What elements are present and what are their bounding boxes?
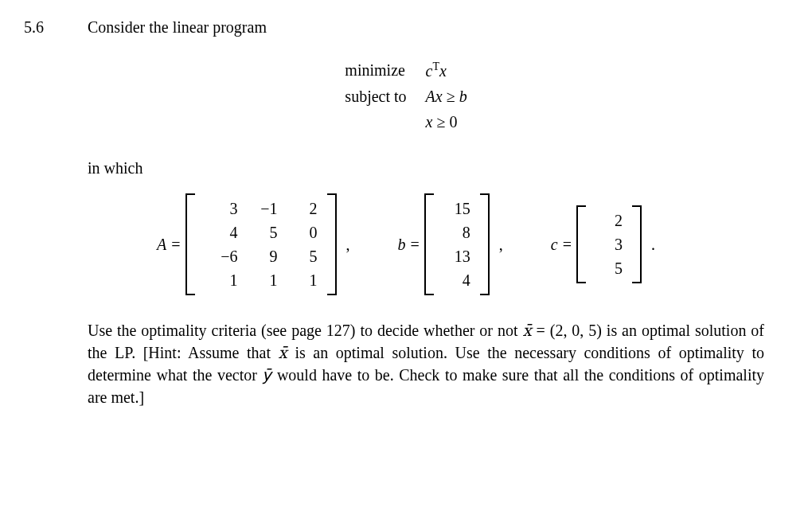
problem-header: 5.6 Consider the linear program	[24, 16, 788, 38]
problem-intro: Consider the linear program	[88, 16, 788, 38]
matrix-A-label: A	[157, 233, 166, 256]
matrix-cell: 1	[241, 268, 281, 292]
table-row: 15	[440, 197, 474, 220]
table-row: 13	[440, 244, 474, 268]
matrix-cell: 13	[440, 244, 474, 268]
comma-b: ,	[499, 233, 503, 256]
bracket-right-icon	[480, 193, 490, 295]
constraint-2: x ≥ 0	[416, 109, 477, 135]
matrix-cell: 4	[440, 268, 474, 292]
matrix-cell: 3	[201, 197, 241, 220]
matrix-b: 15 8 13 4	[424, 193, 490, 295]
matrix-cell: 9	[241, 244, 281, 268]
matrix-cell: 2	[592, 209, 626, 232]
matrix-cell: 5	[592, 256, 626, 280]
table-row: 4 5 0	[201, 220, 321, 244]
bracket-left-icon	[576, 205, 586, 283]
matrix-cell: −6	[201, 244, 241, 268]
table-row: 8	[440, 220, 474, 244]
table-row: 2	[592, 209, 626, 232]
eq-sign-A: =	[171, 233, 180, 256]
minimize-label: minimize	[335, 57, 416, 84]
matrix-cell: 1	[281, 268, 321, 292]
matrix-cell: 1	[201, 268, 241, 292]
matrix-cell: 4	[201, 220, 241, 244]
period-c: .	[651, 233, 655, 256]
matrix-cell: 0	[281, 220, 321, 244]
bracket-left-icon	[185, 193, 195, 295]
constraint-1: Ax ≥ b	[416, 84, 477, 109]
var-x: x	[439, 62, 447, 80]
var-x2: x	[435, 88, 443, 105]
matrix-A-body: 3 −1 2 4 5 0 −6 9 5 1 1 1	[195, 193, 327, 295]
matrices-block: A = 3 −1 2 4 5 0 −6 9 5	[24, 193, 788, 295]
bracket-right-icon	[327, 193, 337, 295]
var-A: A	[426, 88, 435, 105]
eq-sign-b: =	[411, 233, 420, 256]
comma-A: ,	[346, 233, 350, 256]
matrix-cell: 3	[592, 232, 626, 256]
in-which-text: in which	[88, 157, 788, 179]
matrix-c-body: 2 3 5	[586, 205, 632, 283]
bracket-right-icon	[632, 205, 642, 283]
matrix-cell: 5	[241, 220, 281, 244]
geq-0: ≥ 0	[432, 113, 457, 131]
table-row: 3 −1 2	[201, 197, 321, 220]
matrix-cell: 8	[440, 220, 474, 244]
problem-number: 5.6	[24, 16, 88, 38]
linear-program-block: minimize cTx subject to Ax ≥ b x ≥ 0	[24, 57, 788, 135]
body-part1: Use the optimality criteria (see page 12…	[88, 322, 522, 339]
table-row: 3	[592, 232, 626, 256]
matrix-A: 3 −1 2 4 5 0 −6 9 5 1 1 1	[185, 193, 337, 295]
var-b: b	[459, 88, 467, 105]
matrix-b-body: 15 8 13 4	[434, 193, 480, 295]
x-bar: x̄	[522, 322, 531, 339]
matrix-cell: −1	[241, 197, 281, 220]
transpose-T: T	[432, 60, 439, 72]
table-row: 4	[440, 268, 474, 292]
matrix-c-label: c	[551, 233, 558, 256]
lp-table: minimize cTx subject to Ax ≥ b x ≥ 0	[335, 57, 476, 135]
matrix-c-assignment: c = 2 3 5 .	[551, 205, 655, 283]
matrix-A-assignment: A = 3 −1 2 4 5 0 −6 9 5	[157, 193, 350, 295]
matrix-c: 2 3 5	[576, 205, 642, 283]
x-bar-2: x̄	[279, 344, 287, 361]
subject-to-label: subject to	[335, 84, 416, 109]
table-row: 5	[592, 256, 626, 280]
table-row: 1 1 1	[201, 268, 321, 292]
matrix-b-assignment: b = 15 8 13 4 ,	[398, 193, 503, 295]
table-row: −6 9 5	[201, 244, 321, 268]
bracket-left-icon	[424, 193, 434, 295]
matrix-cell: 5	[281, 244, 321, 268]
y-bar: ȳ	[262, 366, 271, 384]
matrix-b-label: b	[398, 233, 406, 256]
matrix-cell: 15	[440, 197, 474, 220]
problem-body-text: Use the optimality criteria (see page 12…	[88, 319, 764, 408]
eq-sign-c: =	[563, 233, 572, 256]
geq-1: ≥	[443, 88, 459, 105]
minimize-expression: cTx	[416, 57, 477, 84]
matrix-cell: 2	[281, 197, 321, 220]
